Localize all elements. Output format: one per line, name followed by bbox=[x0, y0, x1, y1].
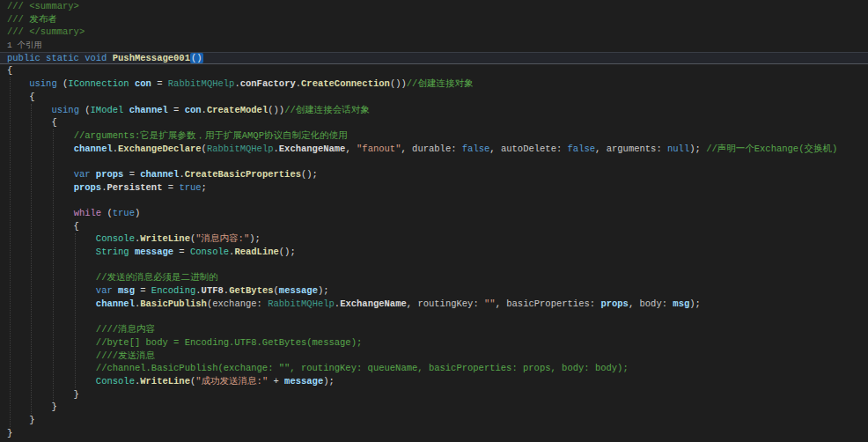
code-line[interactable]: while (true) bbox=[0, 207, 868, 220]
token-type: IConnection bbox=[68, 78, 129, 89]
comment-line[interactable]: //arguments:它是扩展参数，用于扩展AMQP协议自制定化的使用 bbox=[0, 129, 868, 143]
token-keyword: false bbox=[462, 144, 490, 154]
token-variable: props bbox=[96, 169, 124, 180]
token-keyword: false bbox=[568, 144, 596, 154]
token-type: Console bbox=[96, 376, 135, 387]
token-punctuation: { bbox=[7, 221, 79, 232]
token-punctuation bbox=[7, 363, 96, 373]
code-line[interactable]: var props = channel.CreateBasicPropertie… bbox=[0, 168, 868, 181]
token-member: ExchangeName bbox=[340, 298, 407, 309]
code-line[interactable]: Console.WriteLine("消息内容:"); bbox=[0, 232, 868, 246]
token-punctuation: } bbox=[7, 401, 57, 412]
token-method: ReadLine bbox=[234, 247, 278, 257]
token-punctuation: , bbox=[496, 298, 507, 309]
token-member: conFactory bbox=[240, 78, 296, 89]
comment-line[interactable]: ////发送消息 bbox=[0, 350, 868, 363]
code-area[interactable]: /// <summary>/// 发布者/// </summary>1 个引用p… bbox=[0, 0, 868, 439]
token-punctuation: ; bbox=[202, 182, 207, 193]
code-line[interactable]: { bbox=[0, 220, 868, 233]
token-punctuation: = bbox=[173, 247, 190, 257]
token-punctuation: ()) bbox=[390, 78, 407, 89]
doc-comment-line[interactable]: /// <summary> bbox=[0, 0, 868, 13]
code-line[interactable]: String message = Console.ReadLine(); bbox=[0, 246, 868, 259]
token-punctuation: , bbox=[345, 144, 357, 154]
codelens-references[interactable]: 1 个引用 bbox=[0, 39, 868, 52]
code-editor[interactable]: /// <summary>/// 发布者/// </summary>1 个引用p… bbox=[0, 0, 868, 442]
comment-line[interactable]: //channel.BasicPublish(exchange: "", rou… bbox=[0, 362, 868, 375]
token-method: WriteLine bbox=[140, 376, 190, 387]
token-punctuation bbox=[7, 182, 74, 193]
token-variable: props bbox=[600, 298, 629, 309]
token-variable: channel bbox=[129, 105, 168, 115]
token-comment: //byte[] body = Encoding.UTF8.GetBytes(m… bbox=[96, 337, 362, 348]
code-line[interactable]: { bbox=[0, 116, 868, 129]
token-param-label: autoDelete: bbox=[501, 144, 562, 154]
code-line[interactable]: channel.BasicPublish(exchange: RabbitMQH… bbox=[0, 298, 868, 311]
token-punctuation: + bbox=[268, 376, 284, 387]
comment-line[interactable]: //byte[] body = Encoding.UTF8.GetBytes(m… bbox=[0, 336, 868, 350]
token-punctuation: ); bbox=[689, 298, 701, 309]
token-type: Console bbox=[96, 233, 135, 244]
comment-line[interactable]: ////消息内容 bbox=[0, 323, 868, 336]
token-punctuation: ); bbox=[689, 144, 706, 154]
token-method: CreateModel bbox=[207, 105, 268, 115]
code-line[interactable]: } bbox=[0, 414, 868, 427]
token-punctuation: , bbox=[629, 298, 640, 309]
codelens-label[interactable]: 1 个引用 bbox=[7, 41, 42, 50]
token-punctuation: ); bbox=[323, 376, 335, 387]
token-variable: con bbox=[185, 105, 202, 115]
code-line[interactable]: var msg = Encoding.UTF8.GetBytes(message… bbox=[0, 284, 868, 298]
blank-line[interactable] bbox=[0, 194, 868, 207]
token-doc-comment: /// </summary> bbox=[7, 26, 85, 37]
token-punctuation: , bbox=[407, 298, 418, 309]
token-control-keyword: while bbox=[74, 208, 102, 218]
token-string: "成功发送消息:" bbox=[195, 376, 268, 387]
token-type: String bbox=[96, 247, 129, 257]
doc-comment-line[interactable]: /// 发布者 bbox=[0, 13, 868, 26]
code-line[interactable]: { bbox=[0, 64, 868, 77]
code-line[interactable]: } bbox=[0, 401, 868, 414]
code-line[interactable]: Console.WriteLine("成功发送消息:" + message); bbox=[0, 375, 868, 388]
token-punctuation: , bbox=[489, 144, 501, 154]
token-punctuation: ); bbox=[318, 285, 329, 296]
token-string: "" bbox=[484, 298, 496, 309]
code-line[interactable]: props.Persistent = true; bbox=[0, 181, 868, 195]
token-keyword: var bbox=[96, 285, 113, 296]
code-line[interactable]: using (IModel channel = con.CreateModel(… bbox=[0, 104, 868, 117]
token-variable: msg bbox=[118, 285, 135, 296]
token-type: RabbitMQHelp bbox=[207, 144, 274, 154]
code-line[interactable]: } bbox=[0, 388, 868, 401]
token-punctuation: , bbox=[595, 144, 607, 154]
blank-line[interactable] bbox=[0, 311, 868, 324]
token-punctuation: ()) bbox=[268, 105, 284, 115]
token-keyword: using bbox=[29, 78, 57, 89]
token-variable: con bbox=[135, 78, 151, 89]
token-punctuation: ( bbox=[79, 105, 91, 115]
token-punctuation bbox=[7, 144, 74, 154]
token-variable: message bbox=[284, 376, 323, 387]
token-method: CreateConnection bbox=[301, 78, 390, 89]
token-method: PushMessage001 bbox=[113, 53, 190, 63]
token-punctuation: ) bbox=[135, 208, 140, 218]
comment-line[interactable]: //发送的消息必须是二进制的 bbox=[0, 271, 868, 284]
code-line[interactable]: { bbox=[0, 91, 868, 104]
token-punctuation: = bbox=[162, 182, 179, 193]
blank-line[interactable] bbox=[0, 259, 868, 272]
doc-comment-line[interactable]: /// </summary> bbox=[0, 26, 868, 39]
token-member: ExchangeName bbox=[279, 144, 346, 154]
token-comment: //创建连接对象 bbox=[407, 78, 474, 89]
token-punctuation: { bbox=[7, 117, 57, 128]
token-punctuation: (); bbox=[301, 169, 318, 180]
blank-line[interactable] bbox=[0, 155, 868, 168]
token-punctuation bbox=[7, 130, 74, 141]
code-line[interactable]: } bbox=[0, 427, 868, 440]
method-signature-line[interactable]: public static void PushMessage001() bbox=[0, 52, 868, 65]
token-doc-comment: /// bbox=[7, 14, 29, 25]
token-method: ExchangeDeclare bbox=[118, 144, 202, 154]
code-line[interactable]: channel.ExchangeDeclare(RabbitMQHelp.Exc… bbox=[0, 143, 868, 156]
code-line[interactable]: using (IConnection con = RabbitMQHelp.co… bbox=[0, 77, 868, 91]
token-punctuation bbox=[7, 233, 96, 244]
token-comment: //channel.BasicPublish(exchange: "", rou… bbox=[96, 363, 629, 373]
token-punctuation bbox=[7, 298, 96, 309]
token-punctuation bbox=[7, 78, 29, 89]
